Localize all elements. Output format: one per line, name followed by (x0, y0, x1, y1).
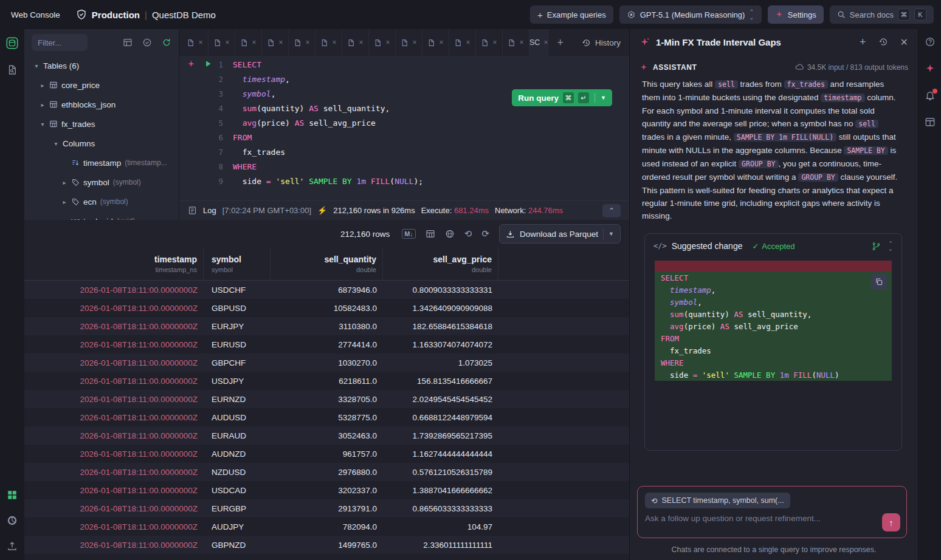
code-line-5[interactable]: 5 avg(price) AS sell_avg_price (179, 115, 629, 130)
editor-tab[interactable]: × (396, 29, 422, 56)
chevron-down-icon[interactable]: ▼ (601, 95, 606, 101)
editor-tab[interactable]: × (449, 29, 476, 56)
editor-tab[interactable]: × (476, 29, 503, 56)
code-editor[interactable]: 1SELECT2 timestamp,3 symbol,4 sum(quanti… (179, 56, 629, 200)
refresh-icon[interactable]: ⟳ (481, 228, 489, 239)
table-row[interactable]: 2026-01-08T18:11:00.0000000ZGBPUSD105824… (24, 299, 629, 317)
donut-chart-icon[interactable] (7, 515, 18, 526)
editor-tab[interactable]: × (422, 29, 449, 56)
close-chat-icon[interactable]: ✕ (900, 36, 908, 48)
file-search-icon[interactable] (7, 64, 18, 75)
instance-selector[interactable]: Production | QuestDB Demo (76, 9, 216, 20)
table-row[interactable]: 2026-01-08T18:11:00.0000000ZAUDUSD532877… (24, 408, 629, 426)
code-line-9[interactable]: 9 side = 'sell' SAMPLE BY 1m FILL(NULL); (179, 174, 629, 188)
schema-column-ecn[interactable]: ▸ecn(symbol) (24, 192, 179, 211)
model-selector[interactable]: GPT-5.1 (Medium Reasoning) ⌃⌃ (619, 5, 762, 24)
table-row[interactable]: 2026-01-08T18:11:00.0000000ZGBPCHF103027… (24, 353, 629, 372)
run-line-icon[interactable] (204, 60, 212, 68)
editor-tab[interactable]: × (182, 29, 209, 56)
schema-table-fx_trades[interactable]: ▾fx_trades (24, 114, 179, 134)
history-button[interactable]: History (572, 29, 630, 56)
close-tab-icon[interactable]: × (519, 38, 523, 47)
schema-column-trade_id[interactable]: 123trade_id(uuid) (24, 211, 179, 220)
table-row[interactable]: 2026-01-08T18:11:00.0000000ZEURUSD277441… (24, 335, 629, 353)
chevron-down-icon[interactable]: ▼ (608, 231, 614, 237)
column-header-symbol[interactable]: symbol symbol (204, 248, 271, 280)
close-tab-icon[interactable]: × (225, 38, 229, 47)
table-row[interactable]: 2026-01-08T18:11:00.0000000ZNZDUSD297688… (24, 463, 629, 481)
globe-icon[interactable] (445, 229, 455, 239)
filter-input[interactable] (32, 34, 88, 51)
ai-sparkle-icon[interactable] (187, 60, 196, 69)
help-icon[interactable] (925, 36, 936, 47)
column-header-sell-quantity[interactable]: sell_quantity double (271, 248, 383, 280)
close-tab-icon[interactable]: × (466, 38, 470, 47)
table-row[interactable]: 2026-01-08T18:11:00.0000000ZAUDJPY782094… (24, 517, 629, 536)
editor-tab[interactable]: × (342, 29, 369, 56)
column-header-sell-avg-price[interactable]: sell_avg_price double (383, 248, 498, 280)
table-row[interactable]: 2026-01-08T18:11:00.0000000ZEURGBP291379… (24, 499, 629, 517)
table-row[interactable]: 2026-01-08T18:11:00.0000000ZEURJPY311038… (24, 317, 629, 335)
chat-toggle-sparkle-icon[interactable] (925, 63, 936, 74)
collapse-log-button[interactable]: ⌃ (602, 204, 621, 217)
editor-tab[interactable]: × (503, 29, 529, 56)
close-tab-icon[interactable]: × (543, 38, 548, 47)
schema-table-core_price[interactable]: ▸core_price (24, 75, 179, 95)
code-line-2[interactable]: 2 timestamp, (179, 72, 629, 86)
table-row[interactable]: 2026-01-08T18:11:00.0000000ZEURNZD332870… (24, 390, 629, 408)
grid-icon[interactable] (426, 229, 435, 239)
close-tab-icon[interactable]: × (385, 38, 390, 47)
settings-button[interactable]: Settings (768, 5, 824, 24)
close-tab-icon[interactable]: × (492, 38, 497, 47)
close-tab-icon[interactable]: × (332, 38, 336, 47)
code-line-7[interactable]: 7 fx_trades (179, 145, 629, 159)
git-branch-icon[interactable] (872, 242, 881, 251)
close-tab-icon[interactable]: × (198, 38, 202, 47)
chat-input[interactable] (645, 514, 864, 523)
example-queries-button[interactable]: + Example queries (530, 5, 613, 24)
code-line-1[interactable]: 1SELECT (179, 57, 629, 72)
chat-input-box[interactable]: ⟲ SELECT timestamp, symbol, sum(... ↑ (637, 486, 907, 538)
editor-tab[interactable]: × (369, 29, 396, 56)
log-label[interactable]: Log (203, 206, 216, 215)
search-docs-button[interactable]: Search docs ⌘ K (830, 5, 934, 24)
refresh-icon[interactable] (162, 38, 171, 47)
undo-icon[interactable]: ⟲ (464, 228, 472, 239)
editor-tab[interactable]: × (209, 29, 235, 56)
schema-column-symbol[interactable]: ▸symbol(symbol) (24, 172, 179, 192)
run-query-button[interactable]: Run query ⌘ ↵ ▼ (512, 89, 612, 106)
send-button[interactable]: ↑ (882, 513, 900, 531)
close-tab-icon[interactable]: × (252, 38, 256, 47)
grid-view-icon[interactable] (7, 490, 18, 500)
table-row[interactable]: 2026-01-08T18:11:00.0000000ZUSDJPY621861… (24, 372, 629, 390)
table-row[interactable]: 2026-01-08T18:11:00.0000000ZAUDNZD961757… (24, 445, 629, 463)
editor-tab[interactable]: × (235, 29, 262, 56)
copy-icon[interactable] (871, 274, 887, 290)
schema-column-timestamp[interactable]: timestamp(timestamp... (24, 153, 179, 172)
table-row[interactable]: 2026-01-08T18:11:00.0000000ZUSDCHF687394… (24, 281, 629, 299)
close-tab-icon[interactable]: × (278, 38, 283, 47)
chat-history-icon[interactable] (878, 37, 888, 47)
table-row[interactable]: 2026-01-08T18:11:00.0000000ZEURAUD305246… (24, 426, 629, 445)
expand-icon[interactable]: ⌃⌃ (888, 242, 893, 250)
table-row[interactable]: 2026-01-08T18:11:00.0000000ZGBPNZD149976… (24, 536, 629, 554)
table-row[interactable]: 2026-01-08T18:11:00.0000000ZUSDCAD320233… (24, 481, 629, 499)
add-table-icon[interactable] (123, 38, 133, 47)
schema-columns-group[interactable]: ▾Columns (24, 134, 179, 153)
markdown-export-icon[interactable]: M↓ (402, 229, 416, 239)
editor-tab[interactable]: × (315, 29, 342, 56)
new-chat-icon[interactable]: + (860, 36, 866, 49)
upload-icon[interactable] (7, 541, 18, 551)
code-line-6[interactable]: 6FROM (179, 130, 629, 145)
notifications-bell-icon[interactable] (925, 90, 936, 101)
close-tab-icon[interactable]: × (305, 38, 309, 47)
tables-root[interactable]: ▾ Tables (6) (24, 56, 179, 75)
close-tab-icon[interactable]: × (439, 38, 443, 47)
download-parquet-button[interactable]: Download as Parquet ▼ (499, 224, 621, 244)
query-context-chip[interactable]: ⟲ SELECT timestamp, symbol, sum(... (645, 493, 790, 508)
layout-columns-icon[interactable] (925, 117, 936, 128)
editor-tab[interactable]: × (262, 29, 289, 56)
check-circle-icon[interactable] (142, 38, 152, 47)
questdb-logo-icon[interactable] (5, 36, 19, 50)
schema-table-ethblocks_json[interactable]: ▸ethblocks_json (24, 95, 179, 114)
